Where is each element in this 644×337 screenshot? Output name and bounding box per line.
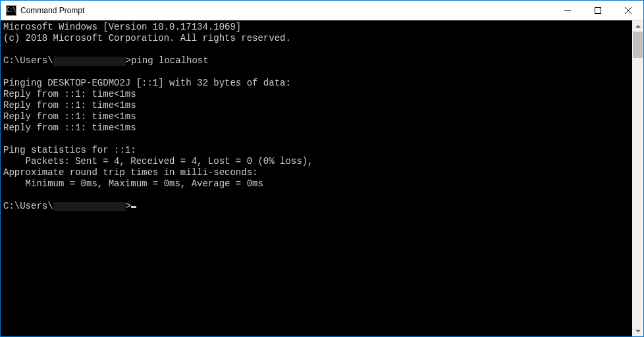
terminal-line: (c) 2018 Microsoft Corporation. All righ… — [3, 33, 630, 44]
prompt-path: C:\Users\ — [3, 201, 53, 211]
redacted-username — [53, 57, 126, 66]
terminal-line — [3, 190, 630, 201]
scroll-down-button[interactable] — [632, 325, 643, 336]
close-button[interactable] — [613, 1, 643, 20]
terminal-line: Minimum = 0ms, Maximum = 0ms, Average = … — [3, 178, 630, 190]
terminal-line: Reply from ::1: time<1ms — [3, 122, 630, 134]
terminal-line — [3, 134, 630, 145]
terminal-line: Reply from ::1: time<1ms — [3, 89, 630, 100]
terminal-line: Pinging DESKTOP-EGDMO2J [::1] with 32 by… — [3, 78, 630, 89]
minimize-icon — [564, 7, 571, 14]
prompt-path: C:\Users\ — [3, 55, 53, 66]
window-titlebar: C:\ Command Prompt — [1, 1, 643, 20]
chevron-down-icon — [635, 328, 641, 334]
terminal-prompt-line: C:\Users\>ping localhost — [3, 55, 630, 66]
terminal-line — [3, 66, 630, 78]
chevron-up-icon — [635, 24, 641, 29]
scroll-track[interactable] — [632, 32, 643, 325]
terminal-line: Packets: Sent = 4, Received = 4, Lost = … — [3, 156, 630, 167]
prompt-command: >ping localhost — [126, 55, 209, 66]
terminal-output[interactable]: Microsoft Windows [Version 10.0.17134.10… — [1, 20, 632, 336]
vertical-scrollbar[interactable] — [632, 20, 643, 336]
maximize-button[interactable] — [583, 1, 613, 20]
scroll-thumb[interactable] — [633, 32, 643, 58]
window-title: Command Prompt — [20, 6, 84, 15]
terminal-line — [3, 44, 630, 55]
close-icon — [625, 7, 631, 14]
prompt-suffix: > — [126, 201, 131, 211]
redacted-username — [53, 202, 126, 211]
terminal-cursor — [131, 206, 136, 208]
cmd-icon: C:\ — [6, 5, 16, 16]
minimize-button[interactable] — [552, 1, 583, 20]
terminal-prompt-line: C:\Users\> — [3, 201, 630, 212]
scroll-up-button[interactable] — [632, 20, 643, 32]
terminal-line: Reply from ::1: time<1ms — [3, 111, 630, 122]
terminal-line: Ping statistics for ::1: — [3, 145, 630, 156]
maximize-icon — [595, 7, 601, 14]
terminal-line: Microsoft Windows [Version 10.0.17134.10… — [3, 22, 630, 33]
svg-rect-1 — [595, 7, 601, 13]
terminal-line: Reply from ::1: time<1ms — [3, 100, 630, 111]
terminal-line: Approximate round trip times in milli-se… — [3, 167, 630, 178]
